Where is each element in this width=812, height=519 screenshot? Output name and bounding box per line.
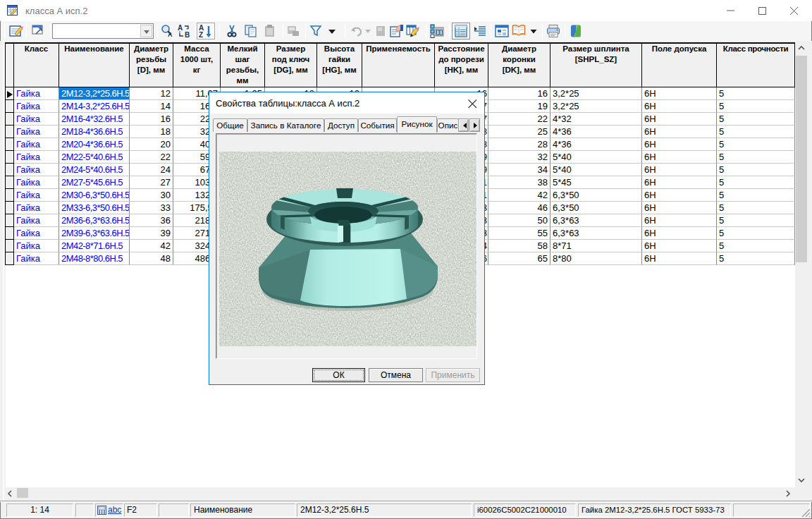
svg-text:Z: Z (199, 31, 203, 38)
svg-text:А: А (168, 31, 173, 38)
svg-text:В: В (185, 31, 190, 38)
svg-text:А: А (178, 24, 183, 32)
